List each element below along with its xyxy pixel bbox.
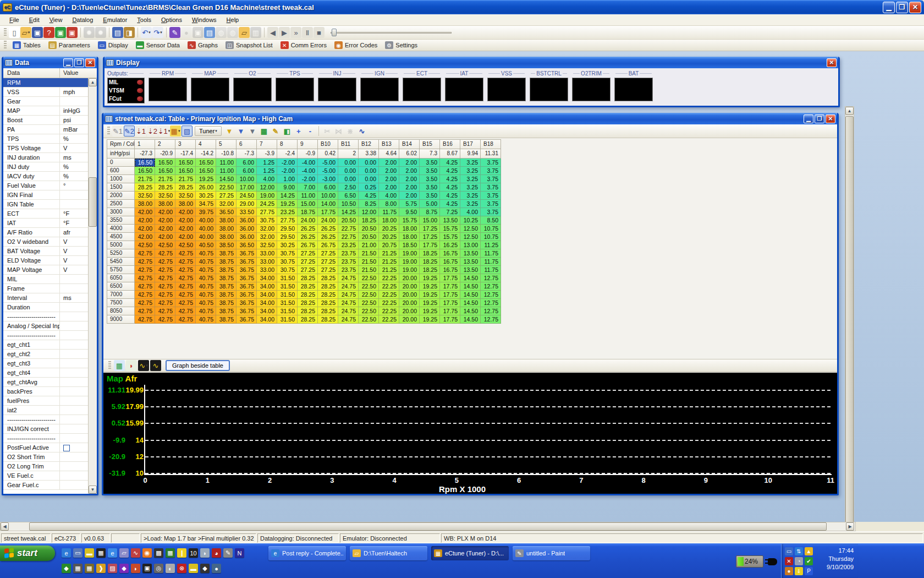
data-row[interactable]: egt_cht3 — [3, 359, 88, 368]
data-row[interactable]: Duration — [3, 303, 88, 312]
quicklaunch-icon[interactable]: 10 — [189, 548, 198, 558]
table-cell[interactable]: 17.25 — [420, 233, 440, 241]
menu-emulator[interactable]: Emulator — [98, 15, 132, 25]
table-cell[interactable]: 14.50 — [460, 315, 481, 324]
table-cell[interactable]: 28.25 — [298, 274, 318, 282]
data-row[interactable]: VE Fuel.c — [3, 471, 88, 481]
maximize-button[interactable]: ❐ — [896, 2, 908, 13]
data-row[interactable]: VSSmph — [3, 88, 88, 97]
table-col-header[interactable]: 6 — [237, 140, 257, 149]
quicklaunch-icon[interactable]: ∿ — [131, 548, 140, 558]
table-cell[interactable]: 15.75 — [399, 216, 420, 225]
quicklaunch-icon[interactable]: ◐ — [166, 564, 175, 573]
table-cell[interactable]: 42.75 — [135, 307, 155, 315]
quicklaunch-icon[interactable]: ▬ — [189, 564, 198, 573]
table-cell[interactable]: 19.25 — [420, 315, 440, 324]
data-window-titlebar[interactable]: Data ▁ ❐ ✕ — [3, 57, 97, 68]
mdi-vertical-scrollbar[interactable]: ▲ ▼ — [845, 106, 854, 522]
table-cell[interactable]: 42.00 — [175, 216, 196, 225]
data-row[interactable]: O2 V widebandV — [3, 237, 88, 247]
table-cell[interactable]: 36.75 — [237, 315, 257, 324]
table-cell[interactable]: 32.00 — [216, 200, 237, 208]
table-cell[interactable]: 3.75 — [481, 167, 501, 175]
scroll-down-icon[interactable]: ▼ — [89, 486, 97, 494]
quickbar-parameters[interactable]: ▤Parameters — [45, 40, 94, 50]
table-cell[interactable]: 12.75 — [481, 274, 501, 282]
table-col-header[interactable]: B18 — [481, 140, 501, 149]
table-cell[interactable]: 19.00 — [257, 192, 277, 200]
table-cell[interactable]: 22.25 — [379, 307, 399, 315]
quicklaunch-icon[interactable]: ❱ — [96, 564, 106, 573]
table-cell[interactable]: 27.25 — [216, 192, 237, 200]
quickbar-tables[interactable]: ▦Tables — [9, 40, 44, 50]
quicklaunch-icon[interactable]: e — [108, 548, 117, 558]
table-cell[interactable]: 31.50 — [277, 291, 298, 299]
data-row[interactable]: A/F Ratioafr — [3, 228, 88, 237]
table-cell[interactable]: 2.00 — [399, 167, 420, 175]
data-row[interactable]: Gear Fuel.c — [3, 481, 88, 490]
table-cell[interactable]: 32.50 — [135, 192, 155, 200]
table-cell[interactable]: 40.75 — [196, 315, 216, 324]
quickbar-error-codes[interactable]: ◉Error Codes — [331, 40, 381, 50]
postfuel-checkbox[interactable] — [63, 445, 70, 451]
data-row[interactable]: backPres — [3, 387, 88, 396]
table-cell[interactable]: 31.50 — [277, 299, 298, 307]
scroll-left-icon[interactable]: ◀ — [1, 522, 9, 531]
table-cell[interactable]: 10.25 — [460, 216, 481, 225]
data-row[interactable]: PAmBar — [3, 125, 88, 134]
quickbar-display[interactable]: ▭Display — [95, 40, 131, 50]
table-rpm-label[interactable]: 6050 — [107, 274, 135, 282]
table-cell[interactable]: 3.50 — [420, 175, 440, 183]
table-cell[interactable]: 2.00 — [399, 192, 420, 200]
table-cell[interactable]: 10.00 — [318, 192, 338, 200]
table-cell[interactable]: 16.50 — [135, 167, 155, 175]
table-col-header[interactable]: 5 — [216, 140, 237, 149]
table-cell[interactable]: 12.75 — [481, 282, 501, 291]
data-row[interactable]: BAT VoltageV — [3, 247, 88, 256]
table-cell[interactable]: 42.75 — [155, 315, 175, 324]
table-cell[interactable]: 24.75 — [338, 315, 359, 324]
tray-scheduler-icon[interactable]: ◔ — [795, 557, 803, 565]
table-col-header[interactable]: 9 — [298, 140, 318, 149]
table-cell[interactable]: 22.75 — [338, 233, 359, 241]
table-cell[interactable]: 16.50 — [196, 167, 216, 175]
table-cell[interactable]: 4.25 — [440, 192, 460, 200]
table-cell[interactable]: 22.25 — [379, 315, 399, 324]
table-cell[interactable]: 26.25 — [318, 225, 338, 233]
quicklaunch-icon[interactable]: ❙ — [177, 548, 186, 558]
table-cell[interactable]: 36.75 — [237, 249, 257, 258]
table-cell[interactable]: 18.25 — [359, 216, 379, 225]
quicklaunch-icon[interactable]: ⊗ — [177, 564, 186, 573]
table-cell[interactable]: 23.25 — [338, 241, 359, 249]
data-row[interactable]: TPS VoltageV — [3, 144, 88, 153]
table-cell[interactable]: 1.00 — [277, 175, 298, 183]
table-cell[interactable]: 34.00 — [257, 291, 277, 299]
table-cell[interactable]: 18.00 — [379, 216, 399, 225]
table-cell[interactable]: 19.25 — [420, 274, 440, 282]
table-cell[interactable]: 17.00 — [237, 183, 257, 192]
table-cell[interactable]: 40.75 — [196, 307, 216, 315]
table-cell[interactable]: 4.25 — [440, 167, 460, 175]
table-cell[interactable]: 42.75 — [135, 266, 155, 274]
table-cell[interactable]: 40.75 — [196, 274, 216, 282]
data-row[interactable]: ------------------------ — [3, 312, 88, 321]
table-cell[interactable]: 21.50 — [359, 266, 379, 274]
tray-power-icon[interactable]: ⇓ — [795, 567, 803, 575]
table-cell[interactable]: -2.00 — [298, 175, 318, 183]
scroll-right-icon[interactable]: ▶ — [846, 522, 854, 531]
table-cell[interactable]: 12.75 — [481, 315, 501, 324]
table-cell[interactable]: 42.75 — [135, 274, 155, 282]
save-help-icon[interactable]: ? — [43, 27, 54, 38]
table-cell[interactable]: 15.75 — [440, 225, 460, 233]
table-cell[interactable]: 21.25 — [379, 249, 399, 258]
trace-remove-icon[interactable]: ∿ — [150, 360, 161, 371]
battery-indicator[interactable]: 24% — [736, 555, 763, 568]
table-cell[interactable]: 22.50 — [359, 299, 379, 307]
table-cell[interactable]: 3.25 — [460, 192, 481, 200]
quicklaunch-icon[interactable]: ● — [212, 564, 221, 573]
table-col-header[interactable]: B14 — [399, 140, 420, 149]
taskbar-clock[interactable]: 17:44Thursday9/10/2009 — [816, 544, 858, 578]
table-cell[interactable]: 38.75 — [216, 266, 237, 274]
undo-icon[interactable]: ↶▾ — [141, 27, 152, 38]
table-cell[interactable]: 38.75 — [216, 299, 237, 307]
